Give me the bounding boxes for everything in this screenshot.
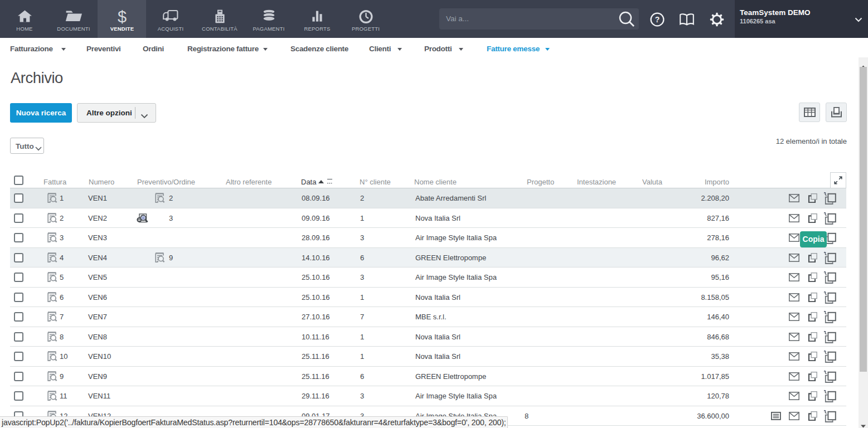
svg-text:?: ? xyxy=(655,15,660,24)
